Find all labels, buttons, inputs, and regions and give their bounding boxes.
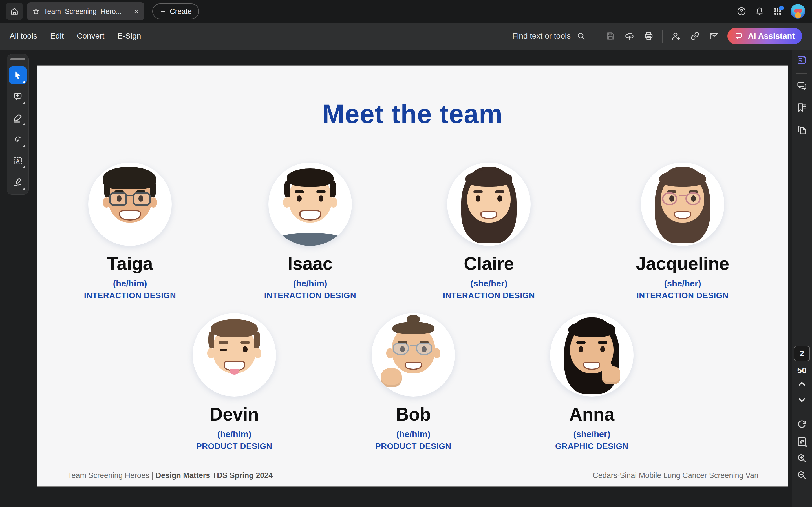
page-thumbnails-icon[interactable] — [796, 124, 808, 135]
avatar-feature — [219, 341, 228, 344]
member-name: Taiga — [65, 253, 195, 274]
avatar-feature — [284, 181, 290, 198]
menu-bar: All tools Edit Convert E-Sign Find text … — [0, 22, 812, 50]
tool-flyout-indicator — [22, 101, 25, 104]
menu-edit[interactable]: Edit — [50, 32, 64, 41]
avatar-feature — [276, 233, 345, 246]
team-member-card: Taiga (he/him) INTERACTION DESIGN — [65, 163, 195, 300]
member-role: INTERACTION DESIGN — [618, 291, 748, 300]
total-pages: 50 — [792, 365, 812, 375]
fill-sign-tool-button[interactable] — [9, 173, 27, 191]
avatar-feature — [465, 170, 512, 187]
page-title: Meet the team — [37, 99, 788, 129]
zoom-out-icon[interactable] — [796, 469, 808, 481]
avatar-feature — [287, 168, 334, 187]
ai-assistant-button[interactable]: AI Assistant — [727, 28, 802, 44]
notification-dot — [779, 6, 784, 10]
menu-all-tools[interactable]: All tools — [10, 32, 37, 41]
quick-tools-panel: A — [7, 54, 29, 194]
select-text-tool-button[interactable]: A — [9, 152, 27, 170]
avatar-feature — [583, 362, 600, 370]
add-user-icon[interactable] — [670, 30, 682, 42]
link-icon[interactable] — [689, 30, 701, 42]
close-icon[interactable] — [133, 8, 139, 14]
create-button[interactable]: Create — [152, 3, 199, 19]
memoji-avatar-taiga — [88, 163, 172, 246]
avatar-feature — [598, 341, 607, 344]
member-role: PRODUCT DESIGN — [349, 442, 478, 451]
find-label: Find text or tools — [512, 32, 571, 41]
divider — [796, 73, 808, 74]
svg-text:A: A — [16, 158, 19, 164]
member-pronouns: (he/him) — [65, 279, 195, 289]
draw-squiggle-icon — [12, 134, 23, 145]
cloud-upload-icon[interactable] — [624, 30, 636, 42]
highlight-tool-button[interactable] — [9, 109, 27, 127]
comment-icon — [12, 91, 23, 102]
member-name: Claire — [424, 253, 554, 274]
profile-avatar[interactable] — [791, 4, 805, 18]
avatar-feature — [150, 181, 156, 198]
avatar-feature — [473, 190, 483, 193]
find-text-or-tools[interactable]: Find text or tools — [512, 22, 586, 50]
avatar-feature — [659, 170, 706, 187]
member-pronouns: (she/her) — [527, 429, 657, 439]
divider — [597, 30, 597, 43]
add-comment-tool-button[interactable] — [9, 88, 27, 105]
member-pronouns: (she/her) — [618, 279, 748, 289]
next-page-icon[interactable] — [796, 394, 808, 406]
memoji-avatar-bob — [371, 313, 455, 397]
zoom-in-icon[interactable] — [796, 453, 808, 464]
avatar-feature — [568, 321, 615, 337]
apps-grid-icon[interactable] — [772, 6, 783, 16]
help-icon[interactable] — [737, 6, 747, 16]
star-icon[interactable] — [32, 8, 40, 15]
save-icon[interactable] — [605, 30, 616, 42]
memoji-avatar-devin — [193, 313, 276, 397]
current-page-input[interactable]: 2 — [794, 346, 810, 361]
document-actions: AI Assistant — [597, 22, 802, 50]
team-member-card: Bob (he/him) PRODUCT DESIGN — [349, 313, 478, 451]
avatar-feature — [109, 192, 127, 206]
member-pronouns: (she/her) — [424, 279, 554, 289]
home-button[interactable] — [6, 3, 23, 20]
tab-bar-right-icons — [737, 0, 805, 22]
ai-assistant-panel-icon[interactable] — [796, 54, 808, 66]
member-role: INTERACTION DESIGN — [65, 291, 195, 300]
fit-page-icon[interactable] — [796, 436, 808, 447]
avatar-feature — [230, 369, 239, 375]
panel-drag-handle[interactable] — [10, 58, 26, 60]
home-icon — [10, 6, 19, 16]
select-tool-button[interactable] — [9, 66, 27, 84]
menu-convert[interactable]: Convert — [77, 32, 104, 41]
print-icon[interactable] — [643, 30, 655, 42]
team-member-card: Isaac (he/him) INTERACTION DESIGN — [245, 163, 375, 300]
fill-sign-icon — [12, 177, 23, 187]
team-member-card: Claire (she/her) INTERACTION DESIGN — [424, 163, 554, 300]
footer-left-regular: Team Screening Heroes | — [68, 471, 156, 480]
document-tab[interactable]: Team_Screening_Hero... — [27, 2, 144, 20]
rotate-icon[interactable] — [796, 419, 808, 430]
notifications-icon[interactable] — [755, 6, 765, 16]
avatar-feature — [295, 190, 304, 193]
footer-left-bold: Design Matters TDS Spring 2024 — [156, 471, 273, 480]
bookmarks-panel-icon[interactable] — [796, 102, 808, 113]
avatar-feature — [405, 362, 421, 370]
draw-tool-button[interactable] — [9, 131, 27, 148]
footer-left: Team Screening Heroes | Design Matters T… — [68, 471, 273, 480]
search-icon[interactable] — [576, 31, 586, 41]
avatar-feature — [407, 315, 420, 324]
avatar-feature — [220, 349, 227, 351]
avatar-feature — [381, 368, 402, 387]
email-icon[interactable] — [708, 30, 720, 42]
avatar-feature — [393, 343, 409, 355]
avatar-feature — [416, 343, 432, 355]
member-role: GRAPHIC DESIGN — [527, 442, 657, 451]
member-role: PRODUCT DESIGN — [169, 442, 299, 451]
tool-flyout-indicator — [22, 144, 25, 147]
text-selection-icon: A — [12, 156, 23, 166]
avatar-feature — [674, 211, 691, 219]
previous-page-icon[interactable] — [796, 378, 808, 390]
comments-panel-icon[interactable] — [796, 80, 808, 92]
menu-esign[interactable]: E-Sign — [117, 32, 141, 41]
